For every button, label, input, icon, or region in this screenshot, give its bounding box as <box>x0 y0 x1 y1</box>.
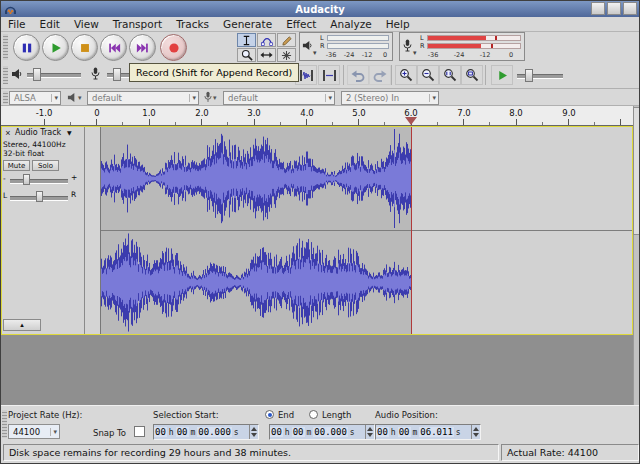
redo-icon <box>373 69 387 82</box>
position-hours[interactable]: 00 <box>376 427 389 437</box>
end-radio[interactable] <box>265 410 274 419</box>
pan-slider-thumb[interactable] <box>36 191 43 202</box>
playback-speed-slider-thumb[interactable] <box>525 69 533 82</box>
empty-track-area[interactable] <box>411 127 633 230</box>
playback-meter-left-label: L <box>320 34 324 42</box>
play-at-speed-button[interactable] <box>491 65 513 85</box>
skip-to-start-button[interactable] <box>100 34 127 61</box>
recording-meter[interactable]: ▾ L R -36 -24 -12 0 <box>399 32 525 61</box>
vertical-scale-ruler[interactable] <box>85 126 101 335</box>
output-volume-slider-thumb[interactable] <box>33 68 41 81</box>
record-button[interactable] <box>160 34 187 61</box>
length-radio-label[interactable]: Length <box>322 410 351 420</box>
close-button[interactable] <box>623 2 637 15</box>
menu-tracks[interactable]: Tracks <box>169 18 216 30</box>
mixer-toolbar-grabber[interactable] <box>3 66 8 84</box>
menu-view[interactable]: View <box>67 18 106 30</box>
track-close-button[interactable]: × <box>3 128 13 138</box>
track-menu-icon[interactable]: ▼ <box>67 129 72 136</box>
output-device-select[interactable]: default ▾ <box>87 91 199 105</box>
mute-button[interactable]: Mute <box>3 160 30 171</box>
pause-button[interactable] <box>13 34 40 61</box>
meter-dropdown-icon[interactable]: ▾ <box>313 49 317 57</box>
time-spinner[interactable] <box>249 425 258 439</box>
recording-position-indicator <box>405 117 417 125</box>
device-toolbar-grabber[interactable] <box>3 91 8 104</box>
time-shift-tool-button[interactable] <box>257 48 276 62</box>
menu-analyze[interactable]: Analyze <box>323 18 378 30</box>
chevron-down-icon: ▾ <box>78 94 82 102</box>
start-hours[interactable]: 00 <box>154 427 167 437</box>
vertical-scrollbar-thumb[interactable] <box>633 107 640 235</box>
gain-slider-thumb[interactable] <box>23 174 30 185</box>
audio-position-field[interactable]: 00 h 00 m 06.011 s <box>375 424 481 440</box>
position-seconds[interactable]: 06.011 <box>419 427 454 437</box>
waveform-channel-right[interactable] <box>101 231 411 334</box>
meter-dropdown-icon[interactable]: ▾ <box>413 49 417 57</box>
multi-tool-button[interactable] <box>277 48 296 62</box>
menu-generate[interactable]: Generate <box>216 18 279 30</box>
undo-icon <box>351 69 365 82</box>
selection-end-field[interactable]: 00 h 00 m 00.000 s <box>269 424 375 440</box>
maximize-button[interactable] <box>607 2 621 15</box>
redo-button[interactable] <box>369 65 391 85</box>
waveform-channel-left[interactable] <box>101 127 411 230</box>
stop-button[interactable] <box>71 34 98 61</box>
audio-host-select[interactable]: ALSA ▾ <box>9 91 61 105</box>
zoom-out-button[interactable] <box>417 65 439 85</box>
silence-audio-button[interactable] <box>318 65 340 85</box>
fit-selection-button[interactable] <box>439 65 461 85</box>
gain-slider[interactable] <box>10 179 68 184</box>
selection-start-label: Selection Start: <box>153 410 219 420</box>
selection-toolbar-grabber[interactable] <box>2 410 7 438</box>
project-rate-select[interactable]: 44100 ▾ <box>8 424 60 439</box>
play-icon <box>49 41 63 55</box>
fit-project-button[interactable] <box>461 65 483 85</box>
transport-toolbar-grabber[interactable] <box>3 34 8 60</box>
undo-button[interactable] <box>347 65 369 85</box>
menu-edit[interactable]: Edit <box>33 18 67 30</box>
snap-to-checkbox[interactable] <box>134 426 145 437</box>
play-button[interactable] <box>42 34 69 61</box>
selection-toolbar: Project Rate (Hz): Selection Start: End … <box>1 405 639 441</box>
input-device-select[interactable]: default ▾ <box>223 91 335 105</box>
draw-tool-button[interactable] <box>277 33 296 47</box>
end-hours[interactable]: 00 <box>270 427 283 437</box>
zoom-in-button[interactable] <box>395 65 417 85</box>
minimize-button[interactable] <box>591 2 605 15</box>
solo-button[interactable]: Solo <box>32 160 59 171</box>
length-radio[interactable] <box>309 410 318 419</box>
start-seconds[interactable]: 00.000 <box>197 427 232 437</box>
menu-effect[interactable]: Effect <box>279 18 323 30</box>
title-bar[interactable]: Audacity <box>1 1 639 17</box>
track-control-panel[interactable]: × Audio Track ▼ Stereo, 44100Hz 32-bit f… <box>1 126 85 335</box>
timeline-tick-label: 9.0 <box>562 108 576 118</box>
empty-track-area[interactable] <box>411 231 633 334</box>
start-minutes[interactable]: 00 <box>176 427 189 437</box>
end-seconds[interactable]: 00.000 <box>313 427 348 437</box>
timeline-tick-label: 8.0 <box>509 108 523 118</box>
position-minutes[interactable]: 00 <box>398 427 411 437</box>
time-spinner[interactable] <box>365 425 374 439</box>
zoom-tool-button[interactable] <box>237 48 256 62</box>
menu-help[interactable]: Help <box>379 18 417 30</box>
input-channels-select[interactable]: 2 (Stereo) In ▾ <box>341 91 439 105</box>
end-radio-label[interactable]: End <box>278 410 294 420</box>
draw-tool-icon <box>281 35 293 46</box>
time-spinner[interactable] <box>471 425 480 439</box>
skip-to-end-button[interactable] <box>129 34 156 61</box>
selection-tool-button[interactable] <box>237 33 256 47</box>
meter-scale-label: -36 <box>326 51 337 59</box>
envelope-tool-button[interactable] <box>257 33 276 47</box>
timeline-ruler[interactable]: -1.0 0 1.0 2.0 3.0 4.0 5.0 6.0 7.0 8.0 9… <box>1 106 639 126</box>
end-minutes[interactable]: 00 <box>292 427 305 437</box>
selection-start-field[interactable]: 00 h 00 m 00.000 s <box>153 424 259 440</box>
playback-meter[interactable]: ▾ L R -36 -24 -12 0 <box>299 32 393 61</box>
audacity-logo-icon <box>4 3 17 15</box>
status-bar: Disk space remains for recording 29 hour… <box>1 441 639 464</box>
input-volume-slider-thumb[interactable] <box>113 68 121 81</box>
menu-file[interactable]: File <box>1 18 33 30</box>
menu-transport[interactable]: Transport <box>106 18 169 30</box>
track-collapse-button[interactable]: ▴ <box>3 319 41 331</box>
playback-speed-slider[interactable] <box>517 74 563 79</box>
